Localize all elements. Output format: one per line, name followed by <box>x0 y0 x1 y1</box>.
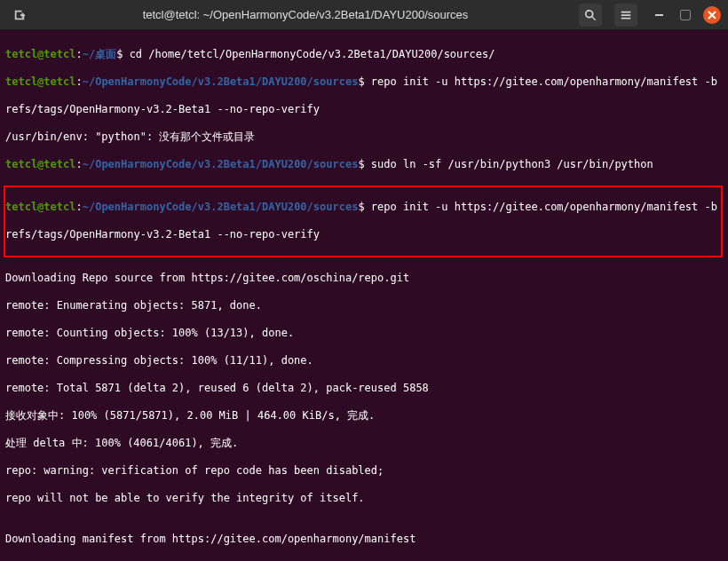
term-line: repo will not be able to verify the inte… <box>5 492 723 506</box>
prompt-dollar: $ <box>358 75 364 88</box>
prompt-sep: : <box>75 75 82 88</box>
term-line: tetcl@tetcl:~/桌面$ cd /home/tetcl/OpenHar… <box>5 48 723 62</box>
minimize-button[interactable] <box>650 6 668 24</box>
prompt-user: tetcl@tetcl <box>5 75 75 88</box>
prompt-dollar: $ <box>358 158 364 170</box>
term-line: remote: Enumerating objects: 5871, done. <box>5 299 723 313</box>
search-button[interactable] <box>579 4 602 27</box>
cmd-text: sudo ln -sf /usr/bin/python3 /usr/bin/py… <box>365 158 653 170</box>
term-line: tetcl@tetcl:~/OpenHarmonyCode/v3.2Beta1/… <box>5 75 723 90</box>
term-line: Downloading manifest from https://gitee.… <box>5 533 723 547</box>
term-line: remote: Counting objects: 100% (13/13), … <box>5 327 723 341</box>
terminal-area[interactable]: tetcl@tetcl:~/桌面$ cd /home/tetcl/OpenHar… <box>0 30 728 561</box>
term-line: refs/tags/OpenHarmony-v3.2-Beta1 --no-re… <box>5 228 721 242</box>
prompt-path: ~/OpenHarmonyCode/v3.2Beta1/DAYU200/sour… <box>83 75 359 88</box>
term-line: 处理 delta 中: 100% (4061/4061), 完成. <box>5 437 723 451</box>
prompt-sep: : <box>75 48 82 60</box>
window-controls <box>579 4 721 27</box>
close-icon <box>708 11 716 20</box>
term-line: /usr/bin/env: "python": 没有那个文件或目录 <box>5 130 723 145</box>
prompt-path: ~/桌面 <box>83 48 116 60</box>
prompt-user: tetcl@tetcl <box>5 158 75 170</box>
term-line: 接收对象中: 100% (5871/5871), 2.00 MiB | 464.… <box>5 409 723 423</box>
prompt-dollar: $ <box>358 201 364 213</box>
term-line: Downloading Repo source from https://git… <box>5 272 723 286</box>
term-line: tetcl@tetcl:~/OpenHarmonyCode/v3.2Beta1/… <box>5 158 723 172</box>
prompt-user: tetcl@tetcl <box>5 201 75 213</box>
close-button[interactable] <box>703 6 721 24</box>
highlight-box-1: tetcl@tetcl:~/OpenHarmonyCode/v3.2Beta1/… <box>4 186 723 258</box>
cmd-text: cd /home/tetcl/OpenHarmonyCode/v3.2Beta1… <box>123 48 495 60</box>
window-title: tetcl@tetcl: ~/OpenHarmonyCode/v3.2Beta1… <box>32 8 579 21</box>
prompt-path: ~/OpenHarmonyCode/v3.2Beta1/DAYU200/sour… <box>83 158 359 170</box>
term-line: remote: Compressing objects: 100% (11/11… <box>5 354 723 368</box>
prompt-sep: : <box>75 201 82 213</box>
hamburger-icon <box>620 9 632 21</box>
new-tab-icon <box>13 9 26 21</box>
term-line: remote: Total 5871 (delta 2), reused 6 (… <box>5 382 723 396</box>
prompt-path: ~/OpenHarmonyCode/v3.2Beta1/DAYU200/sour… <box>83 201 359 213</box>
prompt-user: tetcl@tetcl <box>5 48 75 60</box>
prompt-sep: : <box>75 158 82 170</box>
cmd-text: repo init -u https://gitee.com/openharmo… <box>365 201 724 213</box>
term-line: refs/tags/OpenHarmony-v3.2-Beta1 --no-re… <box>5 103 723 117</box>
hamburger-button[interactable] <box>614 4 637 27</box>
new-tab-button[interactable] <box>7 4 32 26</box>
titlebar: tetcl@tetcl: ~/OpenHarmonyCode/v3.2Beta1… <box>0 0 728 30</box>
search-icon <box>584 9 597 21</box>
term-line: repo: warning: verification of repo code… <box>5 464 723 478</box>
maximize-button[interactable] <box>680 10 691 20</box>
cmd-text: repo init -u https://gitee.com/openharmo… <box>365 75 724 88</box>
term-line: tetcl@tetcl:~/OpenHarmonyCode/v3.2Beta1/… <box>5 201 721 215</box>
